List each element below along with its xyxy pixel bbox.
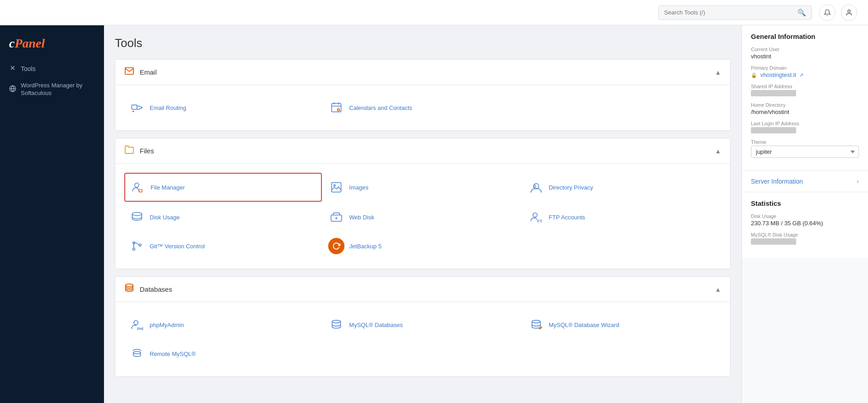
last-login-value xyxy=(751,127,859,134)
mysql-disk-stat-row: MySQL® Disk Usage xyxy=(751,232,859,245)
databases-section-body: PHP phpMyAdmin xyxy=(115,302,730,376)
primary-domain-value: 🔒 vhostingtest.it ↗ xyxy=(751,71,859,78)
last-login-blurred xyxy=(751,127,796,133)
cpanel-logo: cPanel xyxy=(9,36,45,51)
disk-usage-item[interactable]: Disk Usage xyxy=(124,204,322,231)
git-icon xyxy=(129,238,145,254)
mysql-database-wizard-label: MySQL® Database Wizard xyxy=(549,322,619,328)
general-info-title: General Information xyxy=(751,33,859,40)
file-manager-label: File Manager xyxy=(151,184,185,191)
svg-point-25 xyxy=(139,244,142,246)
git-version-control-label: Git™ Version Control xyxy=(150,243,205,250)
sidebar-logo: cPanel xyxy=(0,33,104,60)
email-section-header[interactable]: Email ▲ xyxy=(115,60,730,85)
files-tools-grid: File Manager Images xyxy=(124,173,721,260)
svg-text:FTP: FTP xyxy=(537,219,542,223)
mysql-databases-item[interactable]: MySQL® Databases xyxy=(324,311,521,338)
home-directory-label: Home Directory xyxy=(751,102,859,108)
sidebar-item-wordpress[interactable]: WordPress Manager by Softaculous xyxy=(0,77,104,102)
server-info-row[interactable]: Server Information › xyxy=(742,171,868,192)
directory-privacy-label: Directory Privacy xyxy=(549,184,593,191)
tools-icon xyxy=(9,64,16,73)
email-section-body: Email Routing xyxy=(115,85,730,130)
databases-section-title: Databases xyxy=(140,285,172,293)
svg-rect-6 xyxy=(332,104,341,112)
user-button[interactable] xyxy=(841,5,857,21)
bell-icon xyxy=(824,9,831,16)
current-user-value: vhostint xyxy=(751,53,859,60)
disk-usage-stat-value: 230.73 MB / 35 GB (0.64%) xyxy=(751,220,859,227)
phpmyadmin-item[interactable]: PHP phpMyAdmin xyxy=(124,311,322,338)
images-label: Images xyxy=(349,184,368,191)
files-section-header[interactable]: Files ▲ xyxy=(115,138,730,164)
external-link-icon: ↗ xyxy=(799,72,803,78)
email-section-icon xyxy=(124,66,134,78)
files-section-header-left: Files xyxy=(124,145,154,157)
git-version-control-item[interactable]: Git™ Version Control xyxy=(124,232,322,260)
file-manager-item[interactable]: File Manager xyxy=(124,173,322,202)
jetbackup-label: JetBackup 5 xyxy=(349,243,382,250)
email-tools-grid: Email Routing xyxy=(124,94,721,121)
calendars-contacts-item[interactable]: Calendars and Contacts xyxy=(324,94,521,121)
theme-label: Theme xyxy=(751,139,859,145)
header: 🔍 xyxy=(0,0,868,25)
sidebar-item-tools[interactable]: Tools xyxy=(0,60,104,77)
web-disk-item[interactable]: Web Disk xyxy=(324,204,521,231)
theme-select[interactable]: jupiter xyxy=(751,146,859,158)
directory-privacy-item[interactable]: Directory Privacy xyxy=(524,173,721,202)
statistics-title: Statistics xyxy=(751,199,859,207)
current-user-row: Current User vhostint xyxy=(751,47,859,60)
phpmyadmin-label: phpMyAdmin xyxy=(150,322,184,328)
shared-ip-label: Shared IP Address xyxy=(751,84,859,89)
notifications-button[interactable] xyxy=(819,5,835,21)
wordpress-icon xyxy=(9,85,16,94)
remote-mysql-item[interactable]: Remote MySQL® xyxy=(124,340,322,367)
mysql-database-wizard-item[interactable]: MySQL® Database Wizard xyxy=(524,311,721,338)
svg-rect-16 xyxy=(534,185,536,187)
directory-privacy-icon xyxy=(528,179,544,195)
svg-point-30 xyxy=(332,320,341,323)
last-login-label: Last Login IP Address xyxy=(751,121,859,126)
search-input[interactable] xyxy=(664,9,797,16)
files-chevron-icon: ▲ xyxy=(715,147,721,155)
disk-usage-label: Disk Usage xyxy=(150,214,179,221)
jetbackup-item[interactable]: JetBackup 5 xyxy=(324,232,521,260)
primary-domain-label: Primary Domain xyxy=(751,65,859,71)
images-item[interactable]: Images xyxy=(324,173,521,202)
primary-domain-row: Primary Domain 🔒 vhostingtest.it ↗ xyxy=(751,65,859,78)
svg-point-21 xyxy=(533,213,537,217)
email-routing-label: Email Routing xyxy=(150,104,186,111)
last-login-row: Last Login IP Address xyxy=(751,121,859,134)
files-section-title: Files xyxy=(140,147,154,155)
search-bar[interactable]: 🔍 xyxy=(658,5,812,20)
databases-tools-grid: PHP phpMyAdmin xyxy=(124,311,721,367)
svg-rect-12 xyxy=(139,190,142,192)
general-info-section: General Information Current User vhostin… xyxy=(742,25,868,171)
disk-usage-stat-row: Disk Usage 230.73 MB / 35 GB (0.64%) xyxy=(751,213,859,227)
phpmyadmin-icon: PHP xyxy=(129,317,145,333)
primary-domain-link[interactable]: vhostingtest.it xyxy=(760,71,797,78)
sidebar-item-tools-label: Tools xyxy=(21,65,36,72)
sidebar-item-wordpress-label: WordPress Manager by Softaculous xyxy=(21,82,95,97)
header-icons xyxy=(819,5,857,21)
sidebar: cPanel Tools WordPress Manager by Softac… xyxy=(0,25,104,403)
lock-icon: 🔒 xyxy=(751,72,757,78)
ftp-accounts-item[interactable]: FTP FTP Accounts xyxy=(524,204,721,231)
email-routing-item[interactable]: Email Routing xyxy=(124,94,322,121)
layout: cPanel Tools WordPress Manager by Softac… xyxy=(0,25,868,403)
web-disk-icon xyxy=(328,209,344,225)
files-section-icon xyxy=(124,145,134,157)
theme-value-row: jupiter xyxy=(751,146,859,158)
shared-ip-value xyxy=(751,90,859,97)
mysql-databases-icon xyxy=(328,317,344,333)
server-info-label: Server Information xyxy=(751,178,803,185)
databases-section-header[interactable]: Databases ▲ xyxy=(115,277,730,302)
ftp-accounts-icon: FTP xyxy=(528,209,544,225)
mysql-database-wizard-icon xyxy=(528,317,544,333)
page-title: Tools xyxy=(115,36,731,50)
user-icon xyxy=(845,9,853,16)
email-section: Email ▲ Email Routi xyxy=(115,59,731,131)
databases-section-header-left: Databases xyxy=(124,283,172,295)
ftp-accounts-label: FTP Accounts xyxy=(549,214,585,221)
web-disk-label: Web Disk xyxy=(349,214,374,221)
